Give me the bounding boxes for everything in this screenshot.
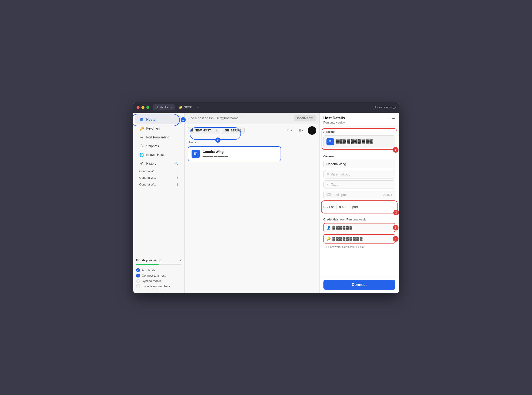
address-section: Address ⊞ ▓▓▓▓▓▓▓▓▓▓ 1 (324, 130, 395, 148)
minimize-button[interactable] (142, 106, 144, 109)
ssh-row: SSH on port (324, 202, 395, 212)
sidebar-footer: Finish your setup: ▾ ✓ Add hosts ✓ Conne… (133, 255, 184, 293)
traffic-lights (137, 106, 149, 109)
general-label: General (324, 154, 395, 158)
tag-icon: 🏷 (286, 129, 289, 132)
user-avatar[interactable] (308, 126, 316, 135)
connect-action: Connect (320, 276, 399, 293)
host-card-conoha[interactable]: ⊞ Conoha Wing ▬▬▬▬▬▬▬ (188, 146, 281, 161)
check-icon-connect: ✓ (136, 274, 140, 278)
connect-action-button[interactable]: Connect (324, 280, 395, 290)
setup-item-connect-label: Connect to a host (142, 274, 166, 277)
warning-icon-3: ! (177, 183, 178, 187)
setup-collapse-icon[interactable]: ▾ (180, 258, 181, 262)
hosts-section-title: Hosts (188, 141, 316, 144)
panel-expand-button[interactable]: ↦ (392, 116, 395, 121)
chevron-down-icon[interactable]: ▾ (170, 106, 172, 109)
sidebar-item-keychain-label: Keychain (146, 126, 160, 130)
grid-view-button[interactable]: ⊞ ▾ (296, 127, 306, 133)
port-forward-icon: ↪ (139, 135, 144, 140)
panel-vault[interactable]: Personal vault ▾ (324, 121, 345, 124)
sidebar-item-snippets[interactable]: {} Snippets (135, 142, 182, 150)
new-tab-button[interactable]: + (197, 105, 199, 110)
upgrade-label: Upgrade now (373, 106, 391, 109)
sidebar-item-known-hosts[interactable]: 🌐 Known Hosts (135, 151, 182, 159)
history-item-1[interactable]: Conoha W... (135, 168, 182, 174)
serial-button[interactable]: ⌨ SERIAL (222, 127, 245, 134)
parent-group-field[interactable]: ⊞ Parent Group (324, 170, 395, 179)
sidebar-item-snippets-label: Snippets (146, 144, 159, 148)
host-address-masked: ▬▬▬▬▬▬▬ (203, 154, 229, 158)
address-masked-value: ▓▓▓▓▓▓▓▓▓▓ (336, 139, 373, 144)
hosts-section: Hosts ⊞ Conoha Wing ▬▬▬▬▬▬▬ (185, 137, 319, 293)
new-host-dropdown-button[interactable]: ▾ (214, 127, 220, 133)
vaults-tab-label: Vaults (160, 106, 168, 109)
password-options-label: + Password, Certificate, FIDO2 (326, 245, 365, 249)
sftp-tab-label: SFTP (184, 106, 192, 109)
setup-item-connect: ✓ Connect to a host (136, 273, 181, 278)
tag-dropdown-icon: ▾ (290, 129, 292, 132)
titlebar: 🗄 Vaults ▾ 📁 SFTP + Upgrade now ⓘ (133, 102, 399, 113)
tags-icon: 🏷 (326, 183, 329, 186)
keychain-icon: 🔑 (139, 126, 144, 131)
upgrade-button[interactable]: Upgrade now ⓘ (373, 105, 395, 110)
name-field[interactable]: Conoha Wing (324, 160, 395, 168)
new-host-button[interactable]: ⊞ NEW HOST (188, 127, 214, 134)
vault-icon: 🗄 (155, 106, 159, 109)
host-card-icon: ⊞ (192, 150, 200, 158)
credentials-section: Credentials from Personal vault 👤 ▓▓▓▓▓▓… (324, 218, 395, 249)
annotation-1: 1 (181, 117, 186, 122)
panel-vault-label: Personal vault (324, 121, 343, 124)
ssh-label-suffix: port (352, 205, 358, 209)
close-button[interactable] (137, 106, 140, 109)
panel-actions: ··· ↦ (387, 116, 395, 121)
annotation-3-right: 3 (393, 225, 399, 230)
sidebar-item-hosts[interactable]: ⊞ Hosts (135, 115, 182, 124)
check-icon-add-hosts: ✓ (136, 268, 140, 272)
sidebar-item-history[interactable]: ⏱ History 🔍 (135, 159, 182, 168)
maximize-button[interactable] (146, 106, 149, 109)
history-item-3[interactable]: Conoha W... ! (135, 181, 182, 188)
toolbar: ⊞ NEW HOST ▾ ⌨ SERIAL 2 (185, 124, 319, 137)
tag-filter-button[interactable]: 🏷 ▾ (284, 127, 294, 133)
host-name: Conoha Wing (203, 150, 229, 154)
center-panel: CONNECT ⊞ NEW HOST ▾ ⌨ SERIAL (185, 113, 320, 293)
connect-button[interactable]: CONNECT (294, 115, 316, 121)
snippets-icon: {} (139, 144, 144, 148)
check-icon-invite (136, 284, 140, 288)
address-field: ⊞ ▓▓▓▓▓▓▓▓▓▓ (324, 135, 395, 148)
ssh-port-input[interactable] (336, 204, 351, 210)
sftp-tab[interactable]: 📁 SFTP (176, 104, 195, 110)
main-content: ⊞ Hosts 1 🔑 Keychain ↪ Port Forwarding {… (133, 113, 399, 293)
password-options[interactable]: + + Password, Certificate, FIDO2 (324, 245, 395, 249)
tags-field[interactable]: 🏷 Tags (324, 180, 395, 189)
username-field[interactable]: 👤 ▓▓▓▓▓▓ (324, 223, 395, 232)
vaults-tab[interactable]: 🗄 Vaults ▾ (153, 104, 175, 110)
annotation-1-right: 1 (393, 147, 399, 153)
setup-item-sync[interactable]: Sync to mobile (136, 278, 181, 284)
backspace-field[interactable]: ⌫ Backspace Default (324, 191, 395, 199)
new-host-button-group: ⊞ NEW HOST ▾ (188, 127, 220, 134)
backspace-default-label: Default (382, 193, 392, 197)
name-value: Conoha Wing (326, 162, 346, 166)
parent-group-icon: ⊞ (326, 172, 329, 176)
sidebar-item-port-forwarding[interactable]: ↪ Port Forwarding (135, 133, 182, 142)
sidebar-item-keychain[interactable]: 🔑 Keychain (135, 124, 182, 133)
tags-placeholder: Tags (331, 183, 338, 187)
annotation-2-right: 2 (393, 210, 399, 215)
credentials-label-prefix: Credentials from (324, 218, 346, 221)
panel-more-button[interactable]: ··· (387, 116, 390, 120)
setup-progress-bar (136, 264, 181, 265)
search-input[interactable] (188, 116, 291, 120)
panel-vault-chevron: ▾ (343, 121, 345, 124)
history-search-icon[interactable]: 🔍 (174, 162, 178, 165)
serial-icon: ⌨ (225, 129, 229, 132)
hosts-icon: ⊞ (139, 117, 144, 122)
setup-item-invite[interactable]: Invite team members (136, 284, 181, 289)
setup-item-add-hosts-label: Add hosts (142, 269, 155, 272)
serial-label: SERIAL (231, 129, 242, 132)
key-field[interactable]: 🔑 ▓▓▓▓▓▓▓▓▓ (324, 234, 395, 243)
sidebar-nav: ⊞ Hosts 1 🔑 Keychain ↪ Port Forwarding {… (133, 113, 184, 255)
warning-icon-2: ! (177, 176, 178, 180)
history-item-2[interactable]: Conoha W... ! (135, 175, 182, 181)
